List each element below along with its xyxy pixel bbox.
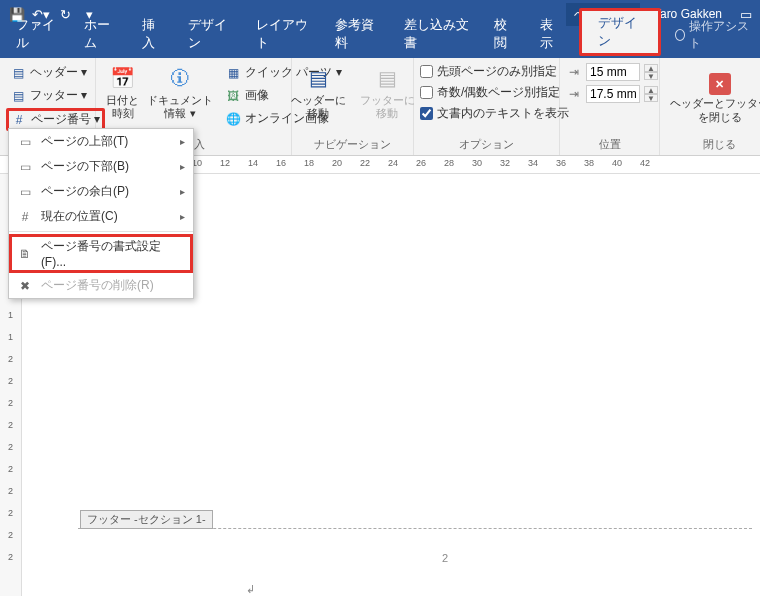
goto-header-icon: ▤ — [304, 64, 332, 92]
menu-remove-page-number[interactable]: ✖ページ番号の削除(R) — [9, 273, 193, 298]
format-icon: 🗎 — [17, 246, 33, 262]
footer-label: フッター ▾ — [30, 87, 87, 104]
ruler-tick: 2 — [8, 508, 13, 518]
group-close: ✕ ヘッダーとフッター を閉じる 閉じる — [660, 58, 760, 155]
doc-info-button[interactable]: 🛈 ドキュメント 情報 ▾ — [143, 62, 217, 122]
group-label-position: 位置 — [566, 135, 653, 155]
calendar-icon: 📅 — [109, 64, 137, 92]
ribbon-tabs: ファイル ホーム 挿入 デザイン レイアウト 参考資料 差し込み文書 校閲 表示… — [0, 28, 760, 58]
date-time-button[interactable]: 📅 日付と 時刻 — [102, 62, 143, 122]
group-label-options: オプション — [420, 135, 553, 155]
close-hf-label: ヘッダーとフッター を閉じる — [670, 97, 760, 123]
date-time-label: 日付と 時刻 — [106, 94, 139, 120]
group-options: 先頭ページのみ別指定 奇数/偶数ページ別指定 文書内のテキストを表示 オプション — [414, 58, 560, 155]
header-top-field[interactable] — [586, 63, 640, 81]
ruler-tick: 2 — [8, 376, 13, 386]
tell-me[interactable]: 操作アシスト — [665, 12, 760, 58]
header-top-icon: ⇥ — [566, 64, 582, 80]
footer-bottom-spinner[interactable]: ▲▼ — [644, 86, 658, 102]
close-hf-button[interactable]: ✕ ヘッダーとフッター を閉じる — [666, 71, 760, 125]
page-margin-icon: ▭ — [17, 184, 33, 200]
footer-icon: ▤ — [10, 88, 26, 104]
first-page-diff-checkbox[interactable]: 先頭ページのみ別指定 — [420, 62, 569, 81]
page-bottom-icon: ▭ — [17, 159, 33, 175]
quick-parts-icon: ▦ — [225, 65, 241, 81]
ruler-tick: 2 — [8, 442, 13, 452]
menu-page-number-format-label: ページ番号の書式設定(F)... — [41, 238, 185, 269]
header-top-input[interactable]: ⇥ ▲▼ — [566, 62, 658, 82]
ruler-tick: 2 — [8, 530, 13, 540]
footer-bottom-field[interactable] — [586, 85, 640, 103]
footer-section-label: フッター -セクション 1- — [80, 510, 213, 529]
menu-page-bottom[interactable]: ▭ページの下部(B)▸ — [9, 154, 193, 179]
ruler-tick: 18 — [288, 158, 316, 171]
menu-current-position[interactable]: #現在の位置(C)▸ — [9, 204, 193, 229]
doc-info-label: ドキュメント 情報 ▾ — [147, 94, 213, 120]
show-doc-text-label: 文書内のテキストを表示 — [437, 105, 569, 122]
footer-divider — [78, 528, 752, 529]
goto-footer-button[interactable]: ▤ フッターに 移動 — [356, 62, 419, 122]
show-doc-text-checkbox[interactable]: 文書内のテキストを表示 — [420, 104, 569, 123]
image-label: 画像 — [245, 87, 269, 104]
ruler-tick: 28 — [428, 158, 456, 171]
menu-page-top-label: ページの上部(T) — [41, 133, 128, 150]
tab-review[interactable]: 校閲 — [482, 10, 528, 58]
ruler-tick: 42 — [624, 158, 652, 171]
ruler-tick: 20 — [316, 158, 344, 171]
tell-me-label: 操作アシスト — [689, 18, 750, 52]
page-number-label: ページ番号 ▾ — [31, 111, 100, 128]
menu-remove-page-number-label: ページ番号の削除(R) — [41, 277, 154, 294]
tab-file[interactable]: ファイル — [4, 10, 72, 58]
tab-layout[interactable]: レイアウト — [244, 10, 323, 58]
ruler-tick: 2 — [8, 464, 13, 474]
menu-page-margin-label: ページの余白(P) — [41, 183, 129, 200]
ruler-tick: 2 — [8, 354, 13, 364]
ruler-tick: 30 — [456, 158, 484, 171]
menu-page-number-format[interactable]: 🗎ページ番号の書式設定(F)... — [9, 234, 193, 273]
ruler-tick: 38 — [568, 158, 596, 171]
page-top-icon: ▭ — [17, 134, 33, 150]
footer-bottom-input[interactable]: ⇥ ▲▼ — [566, 84, 658, 104]
tab-mailings[interactable]: 差し込み文書 — [392, 10, 483, 58]
header-button[interactable]: ▤ヘッダー ▾ — [6, 62, 105, 83]
first-page-diff-label: 先頭ページのみ別指定 — [437, 63, 557, 80]
tab-references[interactable]: 参考資料 — [323, 10, 391, 58]
goto-header-button[interactable]: ▤ ヘッダーに 移動 — [287, 62, 350, 122]
tab-home[interactable]: ホーム — [72, 10, 129, 58]
group-label-close: 閉じる — [666, 135, 760, 155]
ruler-tick: 34 — [512, 158, 540, 171]
chevron-right-icon: ▸ — [180, 186, 185, 197]
ruler-tick: 1 — [8, 332, 13, 342]
menu-page-margin[interactable]: ▭ページの余白(P)▸ — [9, 179, 193, 204]
footer-bottom-icon: ⇥ — [566, 86, 582, 102]
menu-page-top[interactable]: ▭ページの上部(T)▸ — [9, 129, 193, 154]
odd-even-diff-checkbox[interactable]: 奇数/偶数ページ別指定 — [420, 83, 569, 102]
ruler-tick: 14 — [232, 158, 260, 171]
ruler-tick: 2 — [8, 420, 13, 430]
header-top-spinner[interactable]: ▲▼ — [644, 64, 658, 80]
tab-context-design[interactable]: デザイン — [579, 8, 661, 56]
ruler-tick: 1 — [8, 310, 13, 320]
ruler-tick: 16 — [260, 158, 288, 171]
menu-separator — [9, 231, 193, 232]
tab-view[interactable]: 表示 — [528, 10, 574, 58]
online-image-icon: 🌐 — [225, 111, 241, 127]
odd-even-diff-label: 奇数/偶数ページ別指定 — [437, 84, 560, 101]
menu-page-bottom-label: ページの下部(B) — [41, 158, 129, 175]
tab-insert[interactable]: 挿入 — [130, 10, 176, 58]
ruler-tick: 12 — [204, 158, 232, 171]
ruler-tick: 2 — [8, 552, 13, 562]
chevron-right-icon: ▸ — [180, 136, 185, 147]
header-label: ヘッダー ▾ — [30, 64, 87, 81]
ruler-tick: 2 — [8, 398, 13, 408]
image-icon: 🖼 — [225, 88, 241, 104]
page-number-icon: # — [11, 112, 27, 128]
footer-button[interactable]: ▤フッター ▾ — [6, 85, 105, 106]
remove-icon: ✖ — [17, 278, 33, 294]
caret-icon — [246, 582, 254, 590]
menu-current-position-label: 現在の位置(C) — [41, 208, 118, 225]
ruler-tick: 26 — [400, 158, 428, 171]
ruler-tick: 2 — [8, 486, 13, 496]
tab-design[interactable]: デザイン — [176, 10, 244, 58]
page-number-field[interactable]: 2 — [442, 552, 448, 564]
